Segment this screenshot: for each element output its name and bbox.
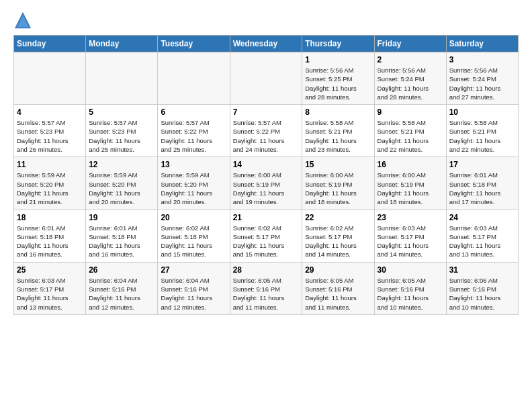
calendar-cell: 27Sunrise: 6:04 AM Sunset: 5:16 PM Dayli…	[158, 262, 230, 314]
day-info: Sunrise: 5:59 AM Sunset: 5:20 PM Dayligh…	[161, 171, 226, 206]
day-number: 15	[305, 160, 371, 169]
day-info: Sunrise: 5:57 AM Sunset: 5:22 PM Dayligh…	[233, 118, 300, 154]
calendar-cell: 23Sunrise: 6:03 AM Sunset: 5:17 PM Dayli…	[374, 210, 446, 262]
calendar-cell: 7Sunrise: 5:57 AM Sunset: 5:22 PM Daylig…	[230, 105, 302, 157]
week-row-5: 25Sunrise: 6:03 AM Sunset: 5:17 PM Dayli…	[14, 262, 519, 314]
calendar-cell	[14, 52, 86, 105]
day-info: Sunrise: 5:56 AM Sunset: 5:25 PM Dayligh…	[305, 66, 371, 101]
day-info: Sunrise: 5:58 AM Sunset: 5:21 PM Dayligh…	[378, 118, 443, 154]
calendar-cell: 22Sunrise: 6:02 AM Sunset: 5:17 PM Dayli…	[302, 210, 374, 262]
calendar-cell: 31Sunrise: 6:06 AM Sunset: 5:16 PM Dayli…	[446, 262, 518, 314]
day-info: Sunrise: 6:03 AM Sunset: 5:17 PM Dayligh…	[378, 224, 443, 259]
day-number: 31	[449, 265, 515, 275]
day-number: 17	[449, 160, 515, 169]
weekday-header-row: SundayMondayTuesdayWednesdayThursdayFrid…	[14, 36, 519, 52]
calendar-cell: 20Sunrise: 6:02 AM Sunset: 5:18 PM Dayli…	[158, 210, 230, 262]
day-info: Sunrise: 5:57 AM Sunset: 5:22 PM Dayligh…	[161, 118, 226, 154]
day-number: 6	[161, 107, 226, 117]
day-number: 10	[449, 107, 515, 117]
day-number: 3	[449, 55, 515, 64]
day-number: 30	[378, 265, 443, 275]
day-number: 19	[89, 213, 154, 222]
calendar-cell: 29Sunrise: 6:05 AM Sunset: 5:16 PM Dayli…	[302, 262, 374, 314]
calendar-cell: 2Sunrise: 5:56 AM Sunset: 5:24 PM Daylig…	[374, 52, 446, 105]
week-row-4: 18Sunrise: 6:01 AM Sunset: 5:18 PM Dayli…	[14, 210, 519, 262]
week-row-2: 4Sunrise: 5:57 AM Sunset: 5:23 PM Daylig…	[14, 105, 519, 157]
day-number: 7	[233, 107, 300, 117]
day-info: Sunrise: 6:03 AM Sunset: 5:17 PM Dayligh…	[17, 276, 83, 312]
calendar-cell: 25Sunrise: 6:03 AM Sunset: 5:17 PM Dayli…	[14, 262, 86, 314]
day-number: 9	[378, 107, 443, 117]
calendar-cell: 11Sunrise: 5:59 AM Sunset: 5:20 PM Dayli…	[14, 157, 86, 210]
calendar-cell: 13Sunrise: 5:59 AM Sunset: 5:20 PM Dayli…	[158, 157, 230, 210]
day-info: Sunrise: 6:00 AM Sunset: 5:19 PM Dayligh…	[305, 171, 371, 206]
calendar-cell: 24Sunrise: 6:03 AM Sunset: 5:17 PM Dayli…	[446, 210, 518, 262]
day-number: 8	[305, 107, 371, 117]
day-info: Sunrise: 6:05 AM Sunset: 5:16 PM Dayligh…	[378, 276, 443, 312]
day-number: 22	[305, 213, 371, 222]
day-number: 1	[305, 55, 371, 64]
day-info: Sunrise: 5:56 AM Sunset: 5:24 PM Dayligh…	[378, 66, 443, 101]
calendar-cell: 30Sunrise: 6:05 AM Sunset: 5:16 PM Dayli…	[374, 262, 446, 314]
day-info: Sunrise: 6:02 AM Sunset: 5:17 PM Dayligh…	[233, 224, 300, 259]
day-info: Sunrise: 6:00 AM Sunset: 5:19 PM Dayligh…	[378, 171, 443, 206]
day-number: 20	[161, 213, 226, 222]
day-number: 14	[233, 160, 300, 169]
day-number: 28	[233, 265, 300, 275]
day-number: 16	[378, 160, 443, 169]
page-header	[13, 11, 519, 30]
day-info: Sunrise: 6:00 AM Sunset: 5:19 PM Dayligh…	[233, 171, 300, 206]
day-info: Sunrise: 6:05 AM Sunset: 5:16 PM Dayligh…	[233, 276, 300, 312]
day-info: Sunrise: 6:04 AM Sunset: 5:16 PM Dayligh…	[89, 276, 154, 312]
calendar-cell	[230, 52, 302, 105]
day-number: 12	[89, 160, 154, 169]
calendar-table: SundayMondayTuesdayWednesdayThursdayFrid…	[13, 35, 519, 315]
weekday-header-sunday: Sunday	[14, 36, 86, 52]
calendar-cell: 3Sunrise: 5:56 AM Sunset: 5:24 PM Daylig…	[446, 52, 518, 105]
day-info: Sunrise: 6:06 AM Sunset: 5:16 PM Dayligh…	[449, 276, 515, 312]
day-info: Sunrise: 5:57 AM Sunset: 5:23 PM Dayligh…	[17, 118, 83, 154]
calendar-cell: 5Sunrise: 5:57 AM Sunset: 5:23 PM Daylig…	[86, 105, 158, 157]
day-number: 27	[161, 265, 226, 275]
day-info: Sunrise: 5:56 AM Sunset: 5:24 PM Dayligh…	[449, 66, 515, 101]
calendar-cell: 21Sunrise: 6:02 AM Sunset: 5:17 PM Dayli…	[230, 210, 302, 262]
calendar-cell: 16Sunrise: 6:00 AM Sunset: 5:19 PM Dayli…	[374, 157, 446, 210]
day-info: Sunrise: 6:04 AM Sunset: 5:16 PM Dayligh…	[161, 276, 226, 312]
day-info: Sunrise: 6:05 AM Sunset: 5:16 PM Dayligh…	[305, 276, 371, 312]
calendar-cell: 6Sunrise: 5:57 AM Sunset: 5:22 PM Daylig…	[158, 105, 230, 157]
day-info: Sunrise: 5:58 AM Sunset: 5:21 PM Dayligh…	[449, 118, 515, 154]
calendar-cell: 4Sunrise: 5:57 AM Sunset: 5:23 PM Daylig…	[14, 105, 86, 157]
calendar-cell: 17Sunrise: 6:01 AM Sunset: 5:18 PM Dayli…	[446, 157, 518, 210]
calendar-cell: 18Sunrise: 6:01 AM Sunset: 5:18 PM Dayli…	[14, 210, 86, 262]
day-number: 4	[17, 107, 83, 117]
weekday-header-thursday: Thursday	[302, 36, 374, 52]
day-number: 13	[161, 160, 226, 169]
day-number: 11	[17, 160, 83, 169]
day-number: 24	[449, 213, 515, 222]
day-number: 18	[17, 213, 83, 222]
calendar-cell: 8Sunrise: 5:58 AM Sunset: 5:21 PM Daylig…	[302, 105, 374, 157]
calendar-cell: 9Sunrise: 5:58 AM Sunset: 5:21 PM Daylig…	[374, 105, 446, 157]
day-number: 21	[233, 213, 300, 222]
calendar-cell: 10Sunrise: 5:58 AM Sunset: 5:21 PM Dayli…	[446, 105, 518, 157]
day-info: Sunrise: 6:01 AM Sunset: 5:18 PM Dayligh…	[17, 224, 83, 259]
weekday-header-monday: Monday	[86, 36, 158, 52]
day-info: Sunrise: 5:59 AM Sunset: 5:20 PM Dayligh…	[89, 171, 154, 206]
calendar-cell: 15Sunrise: 6:00 AM Sunset: 5:19 PM Dayli…	[302, 157, 374, 210]
day-info: Sunrise: 6:01 AM Sunset: 5:18 PM Dayligh…	[449, 171, 515, 206]
calendar-cell: 1Sunrise: 5:56 AM Sunset: 5:25 PM Daylig…	[302, 52, 374, 105]
calendar-cell: 12Sunrise: 5:59 AM Sunset: 5:20 PM Dayli…	[86, 157, 158, 210]
weekday-header-friday: Friday	[374, 36, 446, 52]
calendar-cell: 14Sunrise: 6:00 AM Sunset: 5:19 PM Dayli…	[230, 157, 302, 210]
day-info: Sunrise: 6:01 AM Sunset: 5:18 PM Dayligh…	[89, 224, 154, 259]
logo	[13, 11, 35, 30]
calendar-cell: 19Sunrise: 6:01 AM Sunset: 5:18 PM Dayli…	[86, 210, 158, 262]
logo-icon	[13, 11, 32, 30]
weekday-header-wednesday: Wednesday	[230, 36, 302, 52]
day-number: 2	[378, 55, 443, 64]
calendar-cell: 28Sunrise: 6:05 AM Sunset: 5:16 PM Dayli…	[230, 262, 302, 314]
weekday-header-saturday: Saturday	[446, 36, 518, 52]
calendar-cell	[86, 52, 158, 105]
calendar-cell: 26Sunrise: 6:04 AM Sunset: 5:16 PM Dayli…	[86, 262, 158, 314]
day-info: Sunrise: 6:03 AM Sunset: 5:17 PM Dayligh…	[449, 224, 515, 259]
